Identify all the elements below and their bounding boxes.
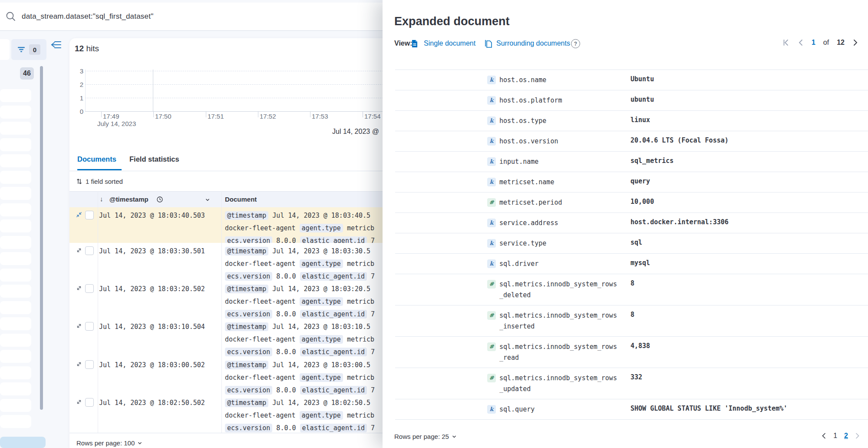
- expand-row-icon[interactable]: [76, 361, 83, 368]
- document-field-row[interactable]: #sql.metrics.innodb_system_rows_inserted…: [395, 305, 868, 337]
- next-page-icon[interactable]: [852, 39, 858, 46]
- y-tick: 1: [73, 94, 83, 102]
- previous-page-icon[interactable]: [798, 39, 804, 46]
- document-field-row[interactable]: #sql.metrics.innodb_system_rows_read4,83…: [395, 336, 868, 368]
- query-bar[interactable]: data_stream.dataset:"sql_first_dataset": [0, 3, 391, 31]
- surrounding-documents-link[interactable]: Surrounding documents: [496, 40, 570, 47]
- row-checkbox[interactable]: [85, 284, 94, 293]
- document-field-row[interactable]: kmetricset.namequery: [395, 172, 868, 192]
- x-tick: 17:54: [364, 113, 381, 120]
- field-list-item[interactable]: [0, 219, 31, 232]
- document-field-row[interactable]: #sql.metrics.innodb_system_rows_updated3…: [395, 368, 868, 399]
- fields-next-page-icon[interactable]: [855, 433, 860, 439]
- document-field-row[interactable]: ksql.drivermysql: [395, 253, 868, 274]
- rows-per-page-button[interactable]: Rows per page: 100: [76, 439, 142, 447]
- number-field-type-icon: #: [487, 311, 496, 320]
- timestamp-column-header[interactable]: @timestamp: [109, 196, 149, 203]
- row-timestamp: Jul 14, 2023 @ 18:03:40.503: [99, 212, 205, 219]
- fields-page-1[interactable]: 1: [833, 432, 837, 440]
- collapse-sidebar-button[interactable]: [50, 40, 63, 51]
- field-name: host.os.name: [499, 75, 617, 86]
- field-list-item[interactable]: [0, 269, 31, 282]
- document-column-header[interactable]: Document: [225, 196, 257, 203]
- field-list-item[interactable]: [0, 154, 31, 167]
- document-field-row[interactable]: kservice.addresshost.docker.internal:330…: [395, 212, 868, 233]
- field-list-item[interactable]: [0, 171, 31, 184]
- field-name: metricset.period: [499, 197, 617, 208]
- field-list-item[interactable]: [0, 317, 31, 330]
- filter-count-badge: 0: [29, 44, 40, 55]
- field-list-item[interactable]: [0, 399, 31, 412]
- field-list-item[interactable]: [0, 122, 31, 135]
- field-list-item[interactable]: [0, 334, 31, 347]
- document-field-row[interactable]: kservice.typesql: [395, 233, 868, 254]
- hits-number: 12: [75, 44, 84, 53]
- expand-row-icon[interactable]: [76, 285, 83, 292]
- document-field-row[interactable]: khost.os.platformubuntu: [395, 90, 868, 111]
- row-checkbox[interactable]: [85, 211, 94, 219]
- y-tick: 2: [73, 81, 83, 88]
- field-name: service.address: [499, 218, 617, 229]
- field-list-item[interactable]: [0, 106, 31, 119]
- fields-prev-page-icon[interactable]: [821, 433, 826, 439]
- keyword-field-type-icon: k: [487, 178, 496, 186]
- expand-row-icon[interactable]: [76, 398, 83, 405]
- flyout-rows-per-page-button[interactable]: Rows per page: 25: [394, 433, 457, 440]
- filter-by-type-button[interactable]: 0: [11, 39, 46, 60]
- document-field-row[interactable]: kinput.namesql_metrics: [395, 151, 868, 172]
- field-list-item[interactable]: [0, 138, 31, 151]
- field-list-item[interactable]: [0, 366, 31, 379]
- document-field-row[interactable]: #metricset.period10,000: [395, 192, 868, 213]
- field-name: input.name: [499, 156, 617, 167]
- sidebar-partial-button[interactable]: [0, 437, 46, 448]
- field-list-item[interactable]: [0, 285, 31, 298]
- document-field-row[interactable]: khost.os.typelinux: [395, 110, 868, 131]
- tab-documents[interactable]: Documents: [77, 155, 116, 163]
- row-timestamp: Jul 14, 2023 @ 18:03:30.501: [99, 247, 205, 255]
- field-list-item[interactable]: [0, 350, 31, 363]
- sort-direction-icon[interactable]: ↓: [100, 195, 103, 202]
- x-tick-mark: [258, 111, 258, 117]
- x-tick-mark: [153, 111, 154, 117]
- help-icon[interactable]: ?: [571, 39, 580, 48]
- fields-page-2[interactable]: 2: [844, 432, 848, 440]
- field-list-item[interactable]: [0, 203, 31, 216]
- tab-field-statistics[interactable]: Field statistics: [129, 155, 179, 163]
- total-pages: 12: [837, 39, 845, 46]
- field-sorted-button[interactable]: 1 field sorted: [76, 176, 123, 187]
- field-list-item[interactable]: [0, 89, 31, 102]
- x-tick: 17:53: [312, 113, 328, 120]
- row-checkbox[interactable]: [85, 360, 94, 369]
- field-name: metricset.name: [499, 177, 617, 188]
- field-list-item[interactable]: [0, 252, 31, 265]
- column-separator: [98, 191, 98, 433]
- field-list-item[interactable]: [0, 187, 31, 200]
- minimize-row-icon[interactable]: [76, 211, 83, 218]
- field-list-item[interactable]: [0, 236, 31, 249]
- query-input[interactable]: data_stream.dataset:"sql_first_dataset": [22, 12, 153, 21]
- field-search-input[interactable]: [0, 39, 10, 60]
- row-checkbox[interactable]: [85, 246, 94, 255]
- document-field-row[interactable]: khost.os.version20.04.6 LTS (Focal Fossa…: [395, 131, 868, 152]
- sidebar-scrollbar[interactable]: [40, 66, 43, 410]
- row-checkbox[interactable]: [85, 322, 94, 331]
- number-field-type-icon: #: [487, 342, 496, 351]
- expand-row-icon[interactable]: [76, 247, 83, 254]
- field-list-item[interactable]: [0, 301, 31, 314]
- document-field-row[interactable]: ksql.querySHOW GLOBAL STATUS LIKE 'Innod…: [395, 399, 868, 420]
- document-field-row[interactable]: #sql.metrics.innodb_system_rows_deleted8: [395, 274, 868, 305]
- field-list-item[interactable]: [0, 382, 31, 395]
- active-tab-underline: [77, 169, 122, 170]
- row-checkbox[interactable]: [85, 398, 94, 407]
- expand-row-icon[interactable]: [76, 322, 83, 329]
- single-document-link[interactable]: Single document: [424, 40, 475, 47]
- field-list-item[interactable]: [0, 415, 31, 428]
- column-menu-chevron-icon[interactable]: [205, 197, 210, 202]
- document-field-row[interactable]: khost.os.nameUbuntu: [395, 70, 868, 90]
- keyword-field-type-icon: k: [487, 137, 496, 146]
- first-page-icon[interactable]: [783, 39, 790, 46]
- field-value: query: [630, 177, 650, 185]
- field-value: SHOW GLOBAL STATUS LIKE 'Innodb_system%': [630, 405, 787, 412]
- hits-label: hits: [86, 44, 99, 53]
- x-tick-mark: [310, 111, 310, 117]
